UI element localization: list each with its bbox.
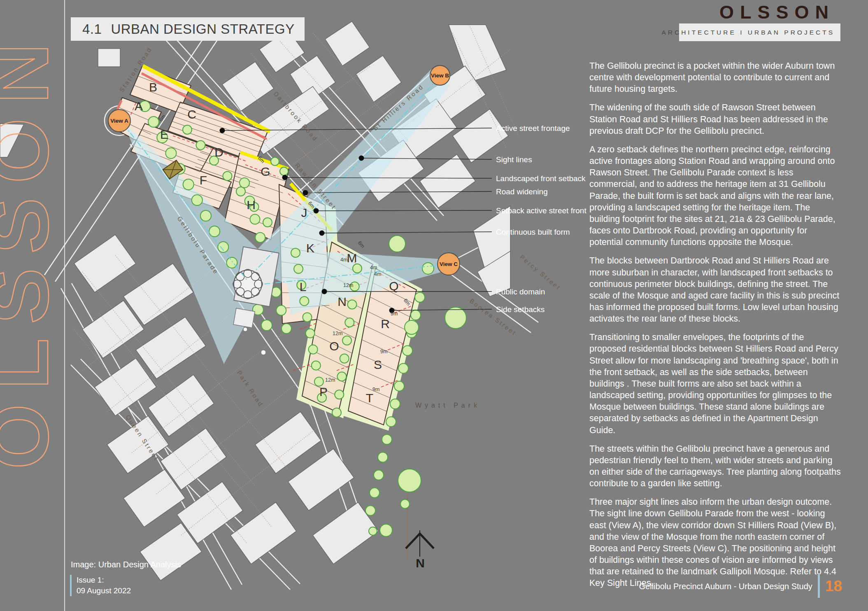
street-label: Boorea Street: [468, 297, 518, 337]
setback-dimension: 12m: [333, 331, 342, 336]
north-arrow: [406, 530, 434, 557]
paragraph: Transitioning to smaller envelopes, the …: [589, 331, 843, 436]
block-letter: D: [214, 145, 223, 159]
block-letter: S: [374, 358, 382, 371]
view-marker-label: View C: [440, 261, 458, 267]
paragraph: The widening of the south side of Rawson…: [589, 102, 843, 136]
block-letter: Q: [389, 279, 398, 293]
olsson-logo: OLSSON: [719, 2, 835, 23]
sidebar-olsson-outline-text: OLSSON: [0, 29, 65, 469]
block-letter: H: [247, 198, 256, 212]
report-page: Active street frontageSight linesLandsca…: [0, 0, 868, 611]
setback-dimension: 9m: [372, 387, 379, 392]
view-marker: View C: [437, 253, 460, 275]
view-marker: View A: [108, 110, 130, 132]
brand-tagline-bar: ARCHITECTURE I URBAN PROJECTS: [679, 23, 840, 41]
brand-tagline: ARCHITECTURE I URBAN PROJECTS: [661, 29, 835, 36]
block-letter: K: [306, 241, 314, 255]
street-label: Percy Street: [519, 253, 562, 292]
block-letter: R: [381, 317, 390, 331]
footer-doc: Gellibolu Precinct Auburn - Urban Design…: [589, 575, 842, 598]
block-letter: T: [366, 391, 373, 405]
block-letter: F: [200, 173, 207, 187]
block-letter: B: [149, 80, 157, 94]
footer-accent-bar: [818, 575, 820, 598]
sidebar: OLSSON: [0, 0, 70, 611]
page-title: URBAN DESIGN STRATEGY: [111, 21, 294, 37]
view-marker-label: View B: [431, 72, 449, 79]
body-text-column: The Gellibolu precinct is a pocket withi…: [589, 60, 843, 596]
annotation-label: Continuous built form: [496, 228, 570, 236]
annotation-label: Landscaped front setback: [496, 174, 586, 183]
paragraph: A zero setback defines the northern prec…: [589, 144, 843, 248]
park-label: Wyatt Park: [415, 402, 480, 409]
annotation-label: Road widening: [496, 187, 548, 196]
annotation-label: Setback active street front: [496, 206, 586, 215]
view-marker: View B: [430, 65, 450, 85]
setback-dimension: 9m: [391, 311, 398, 317]
doc-title: Gellibolu Precinct Auburn - Urban Design…: [639, 582, 812, 591]
setback-dimension: 4m: [374, 271, 381, 277]
paragraph: The streets within the Gellibolu precinc…: [589, 443, 843, 490]
north-label: N: [416, 556, 425, 570]
annotation-label: Side setbacks: [496, 305, 545, 314]
street-label: Park Road: [236, 369, 265, 408]
issue-block: Issue 1: 09 August 2022: [70, 575, 131, 596]
block-letter: M: [347, 251, 357, 265]
block-letter: P: [319, 385, 328, 399]
block-letter: O: [329, 339, 339, 353]
map-caption: Image: Urban Design Analysis: [71, 560, 181, 569]
annotation-label: Active street frontage: [496, 124, 570, 133]
block-letter: C: [187, 107, 196, 121]
map-annotation: Continuous built form: [319, 228, 570, 236]
setback-dimension: 12m: [343, 282, 353, 288]
block-letter: N: [337, 295, 347, 308]
setback-dimension: 9m: [380, 349, 387, 354]
block-letter: J: [301, 206, 307, 219]
paragraph: The Gellibolu precinct is a pocket withi…: [589, 60, 843, 95]
block-letter: E: [160, 128, 168, 141]
issue-label: Issue 1:: [77, 575, 131, 585]
view-marker-label: View A: [110, 118, 128, 124]
sidebar-divider: [64, 0, 65, 611]
block-letter: L: [300, 280, 307, 294]
section-number: 4.1: [82, 21, 102, 37]
block-letter: G: [261, 165, 270, 178]
paragraph: The blocks between Dartbrook Road and St…: [589, 255, 843, 324]
section-header-bar: 4.1 URBAN DESIGN STRATEGY: [71, 17, 305, 41]
block-letter: A: [135, 99, 143, 113]
setback-dimension: 12m: [325, 377, 335, 383]
page-number: 18: [825, 578, 842, 595]
annotation-label: Sight lines: [496, 155, 532, 164]
setback-dimension: 4m: [370, 265, 377, 271]
annotation-label: Public domain: [496, 287, 545, 296]
issue-date: 09 August 2022: [77, 585, 131, 596]
setback-dimension: 6m: [357, 240, 366, 249]
